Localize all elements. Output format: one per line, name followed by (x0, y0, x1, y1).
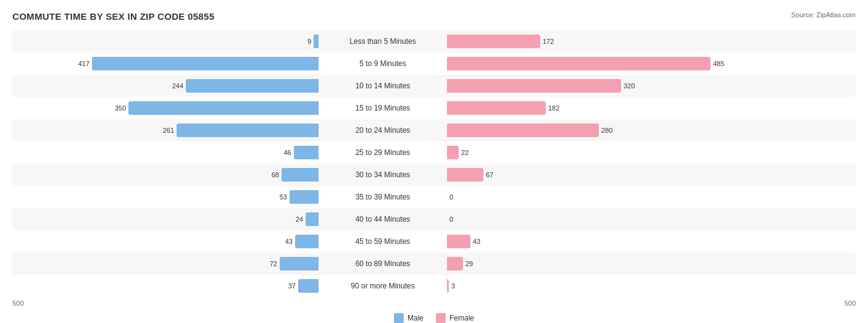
left-section: 53 (12, 190, 321, 204)
male-value: 24 (281, 216, 303, 223)
left-section: 417 (12, 57, 321, 70)
axis-right: 500 (845, 300, 856, 307)
male-bar (314, 35, 319, 48)
right-section: 280 (444, 124, 753, 137)
right-section: 485 (444, 57, 753, 70)
legend-male: Male (394, 313, 424, 323)
left-section: 261 (12, 124, 321, 137)
legend-female-label: Female (449, 314, 474, 322)
chart-row: 7260 to 89 Minutes29 (12, 253, 856, 275)
male-value: 244 (161, 82, 183, 90)
chart-area: 9Less than 5 Minutes1724175 to 9 Minutes… (12, 30, 856, 297)
male-value: 350 (104, 104, 126, 112)
female-value: 280 (601, 127, 620, 134)
left-section: 43 (12, 235, 321, 248)
row-label: 10 to 14 Minutes (321, 82, 444, 90)
male-bar (306, 212, 319, 226)
female-bar (447, 101, 546, 115)
right-section: 172 (444, 35, 753, 48)
chart-row: 35015 to 19 Minutes182 (12, 97, 856, 119)
row-label: 5 to 9 Minutes (321, 59, 444, 68)
female-value: 29 (465, 260, 484, 267)
male-value: 261 (152, 127, 174, 134)
row-label: 20 to 24 Minutes (321, 126, 444, 135)
chart-row: 2440 to 44 Minutes0 (12, 208, 856, 230)
male-bar (280, 257, 319, 271)
female-bar (447, 168, 483, 182)
right-section: 320 (444, 79, 753, 93)
male-bar (295, 235, 319, 248)
male-value: 43 (270, 238, 293, 245)
right-section: 0 (444, 212, 753, 226)
axis-left: 500 (12, 300, 23, 307)
female-value: 43 (473, 238, 491, 245)
left-section: 9 (12, 35, 321, 48)
female-value: 182 (548, 104, 567, 112)
row-label: 35 to 39 Minutes (321, 193, 444, 201)
left-section: 68 (12, 168, 321, 182)
female-bar (447, 279, 449, 293)
row-label: 15 to 19 Minutes (321, 104, 444, 112)
female-bar (447, 257, 463, 271)
male-bar (298, 279, 319, 293)
female-value: 485 (713, 60, 732, 67)
male-bar (177, 124, 319, 137)
left-section: 24 (12, 212, 321, 226)
left-section: 72 (12, 257, 321, 271)
female-bar (447, 235, 470, 248)
female-value: 0 (449, 216, 468, 223)
row-label: Less than 5 Minutes (321, 37, 444, 46)
female-value: 67 (486, 171, 504, 178)
left-section: 37 (12, 279, 321, 293)
female-bar (447, 57, 711, 70)
right-section: 182 (444, 101, 753, 115)
male-bar (128, 101, 319, 115)
legend-female: Female (436, 313, 474, 323)
chart-row: 24410 to 14 Minutes320 (12, 75, 856, 97)
row-label: 30 to 34 Minutes (321, 170, 444, 179)
female-value: 172 (543, 38, 561, 45)
male-value: 46 (269, 149, 291, 156)
chart-row: 26120 to 24 Minutes280 (12, 119, 856, 141)
male-value: 68 (257, 171, 279, 178)
male-bar (92, 57, 319, 70)
female-bar (447, 79, 621, 93)
female-bar (447, 124, 599, 137)
right-section: 43 (444, 235, 753, 248)
row-label: 45 to 59 Minutes (321, 237, 444, 246)
axis-labels: 500 500 (12, 300, 856, 307)
row-label: 60 to 89 Minutes (321, 259, 444, 268)
male-bar (186, 79, 319, 93)
row-label: 40 to 44 Minutes (321, 215, 444, 224)
male-value: 417 (67, 60, 90, 67)
right-section: 3 (444, 279, 753, 293)
female-bar (447, 146, 459, 159)
female-value: 0 (449, 193, 468, 201)
female-value: 22 (461, 149, 480, 156)
female-bar (447, 35, 540, 48)
legend-male-label: Male (407, 314, 424, 322)
legend-male-box (394, 313, 404, 323)
male-bar (290, 190, 319, 204)
chart-title: COMMUTE TIME BY SEX IN ZIP CODE 05855 (12, 11, 856, 22)
chart-row: 6830 to 34 Minutes67 (12, 164, 856, 186)
male-value: 72 (255, 260, 277, 267)
chart-row: 5335 to 39 Minutes0 (12, 186, 856, 208)
chart-row: 4625 to 29 Minutes22 (12, 141, 856, 164)
right-section: 0 (444, 190, 753, 204)
male-value: 9 (289, 38, 311, 45)
legend-female-box (436, 313, 446, 323)
right-section: 29 (444, 257, 753, 271)
male-bar (294, 146, 319, 159)
chart-row: 9Less than 5 Minutes172 (12, 30, 856, 52)
chart-row: 3790 or more Minutes3 (12, 275, 856, 297)
chart-row: 4175 to 9 Minutes485 (12, 52, 856, 75)
male-value: 37 (273, 282, 296, 290)
row-label: 90 or more Minutes (321, 282, 444, 290)
right-section: 22 (444, 146, 753, 159)
female-value: 320 (624, 82, 642, 90)
male-bar (282, 168, 319, 182)
row-label: 25 to 29 Minutes (321, 148, 444, 157)
left-section: 244 (12, 79, 321, 93)
female-value: 3 (451, 282, 470, 290)
